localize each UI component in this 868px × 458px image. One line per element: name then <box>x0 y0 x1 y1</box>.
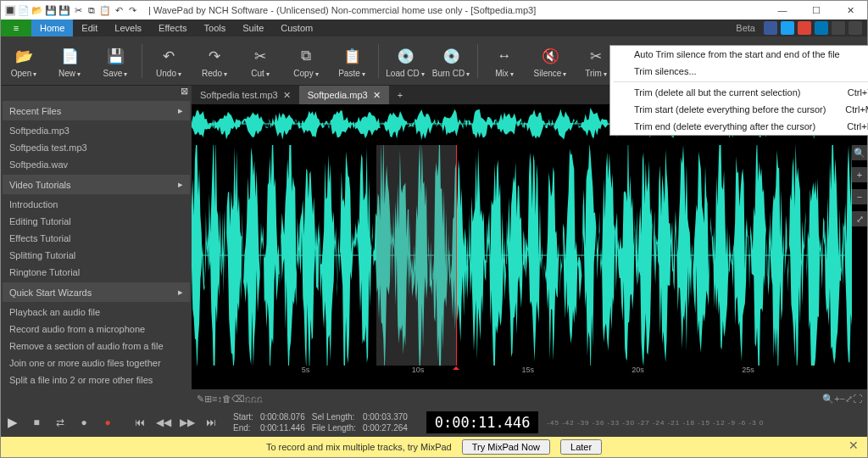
sidebar-item[interactable]: Editing Tutorial <box>1 213 192 230</box>
sidebar-item[interactable]: Record audio from a microphone <box>1 321 192 338</box>
menu-home[interactable]: Home <box>31 20 73 36</box>
waveform-view[interactable]: 🔍+−⤢ 5s10s15s20s25s <box>192 104 867 389</box>
facebook-icon[interactable] <box>764 21 777 35</box>
time-display: 0:00:11.446 <box>426 411 539 433</box>
ribbon-save-button[interactable]: 💾Save▾ <box>92 36 138 85</box>
edit-tool-button[interactable]: ⊞ <box>204 394 212 404</box>
menu-tools[interactable]: Tools <box>196 20 235 36</box>
sidebar-item[interactable]: Softpedia test.mp3 <box>1 139 192 156</box>
file-tab[interactable]: Softpedia test.mp3✕ <box>192 86 299 104</box>
sidebar-item[interactable]: Playback an audio file <box>1 304 192 321</box>
forward-button[interactable]: ▶▶ <box>177 412 198 433</box>
edit-tool-button[interactable]: ⎌ <box>257 394 263 404</box>
edit-tool-button[interactable]: ✎ <box>197 394 204 404</box>
play-button[interactable]: ▶ <box>3 412 23 433</box>
googleplus-icon[interactable] <box>798 21 811 35</box>
go-end-button[interactable]: ⏭ <box>201 412 221 433</box>
qat-undo-icon[interactable]: ↶ <box>113 4 125 16</box>
sidebar-item[interactable]: Effects Tutorial <box>1 230 192 247</box>
record-button[interactable]: ● <box>97 412 118 433</box>
ribbon-paste-button[interactable]: 📋Paste▾ <box>329 36 375 85</box>
sidebar-section-header[interactable]: Quick Start Wizards▸ <box>3 282 190 302</box>
playhead-cursor[interactable] <box>456 145 457 366</box>
go-start-button[interactable]: ⏮ <box>130 412 150 433</box>
stop-button[interactable]: ■ <box>26 412 47 433</box>
menu-item[interactable]: Trim start (delete everything before the… <box>610 101 868 118</box>
menu-edit[interactable]: Edit <box>73 20 106 36</box>
ribbon-undo-button[interactable]: ↶Undo▾ <box>146 36 192 85</box>
ribbon-open-button[interactable]: 📂Open▾ <box>1 36 47 85</box>
help-icon[interactable] <box>849 21 862 35</box>
qat-icon[interactable]: 📂 <box>31 4 43 16</box>
ribbon-cut-button[interactable]: ✂Cut▾ <box>237 36 283 85</box>
time-ruler[interactable]: 5s10s15s20s25s <box>192 366 852 379</box>
loop-button[interactable]: ⇄ <box>50 412 70 433</box>
new-tab-button[interactable]: + <box>389 86 411 104</box>
sidebar-item[interactable]: Softpedia.mp3 <box>1 122 192 139</box>
menu-suite[interactable]: Suite <box>234 20 272 36</box>
maximize-button[interactable]: ☐ <box>799 1 833 20</box>
qat-paste-icon[interactable]: 📋 <box>99 4 111 16</box>
menu-effects[interactable]: Effects <box>150 20 195 36</box>
main-waveform[interactable] <box>192 145 852 366</box>
edit-tool-button[interactable]: 🗑 <box>222 394 231 404</box>
sidebar-item[interactable]: Remove a section of audio from a file <box>1 338 192 355</box>
app-menu-button[interactable]: ≡ <box>1 20 31 36</box>
zoom-button[interactable]: ⤢ <box>845 394 853 404</box>
ribbon-redo-button[interactable]: ↷Redo▾ <box>192 36 237 85</box>
selection-overlay[interactable] <box>376 145 455 366</box>
twitter-icon[interactable] <box>781 21 794 35</box>
edit-tool-button[interactable]: ⎌ <box>245 394 251 404</box>
sidebar-item[interactable]: Ringtone Tutorial <box>1 264 192 281</box>
zoom-tool-button[interactable]: ⤢ <box>852 211 867 226</box>
zoom-tool-button[interactable]: + <box>852 167 867 182</box>
qat-cut-icon[interactable]: ✂ <box>72 4 84 16</box>
sidebar-item[interactable]: Softpedia.wav <box>1 156 192 173</box>
record-pause-button[interactable]: ● <box>74 412 94 433</box>
open-icon: 📂 <box>15 43 33 69</box>
zoom-tool-button[interactable]: − <box>852 189 867 204</box>
tab-close-icon[interactable]: ✕ <box>373 90 381 101</box>
qat-icon[interactable]: 💾 <box>45 4 57 16</box>
sidebar-item[interactable]: Join one or more audio files together <box>1 355 192 371</box>
minimize-button[interactable]: — <box>765 1 799 20</box>
menu-item[interactable]: Trim end (delete everything after the cu… <box>610 118 868 135</box>
tab-close-icon[interactable]: ✕ <box>283 90 291 101</box>
ribbon-mix-button[interactable]: ↔Mix▾ <box>481 36 527 85</box>
edit-tool-button[interactable]: ⎌ <box>251 394 257 404</box>
menu-levels[interactable]: Levels <box>106 20 150 36</box>
qat-redo-icon[interactable]: ↷ <box>126 4 138 16</box>
menu-item[interactable]: Auto Trim silence from the start and end… <box>610 46 868 63</box>
zoom-button[interactable]: ⛶ <box>853 394 862 404</box>
sidebar-item[interactable]: Introduction <box>1 196 192 213</box>
qat-copy-icon[interactable]: ⧉ <box>86 4 97 16</box>
sidebar-item[interactable]: Split a file into 2 or more other files <box>1 371 192 388</box>
ribbon-silence-button[interactable]: 🔇Silence▾ <box>527 36 573 85</box>
share-icon[interactable] <box>832 21 845 35</box>
qat-icon[interactable]: 📄 <box>18 4 30 16</box>
later-button[interactable]: Later <box>560 439 602 455</box>
sidebar-close-icon[interactable]: ⊠ <box>1 86 192 99</box>
ribbon-copy-button[interactable]: ⧉Copy▾ <box>283 36 329 85</box>
sidebar-item[interactable]: Splitting Tutorial <box>1 247 192 264</box>
edit-tool-button[interactable]: ⌫ <box>231 394 245 404</box>
menu-item[interactable]: Trim silences... <box>610 63 868 80</box>
sidebar-section-header[interactable]: Video Tutorials▸ <box>3 175 190 194</box>
zoom-tool-button[interactable]: 🔍 <box>852 145 867 160</box>
close-button[interactable]: ✕ <box>833 1 867 20</box>
sidebar-section-header[interactable]: Recent Files▸ <box>3 101 190 120</box>
promo-close-icon[interactable]: ✕ <box>849 438 859 452</box>
file-tab[interactable]: Softpedia.mp3✕ <box>299 86 389 104</box>
qat-icon[interactable]: 💾 <box>58 4 70 16</box>
try-mixpad-button[interactable]: Try MixPad Now <box>462 439 550 455</box>
menu-custom[interactable]: Custom <box>272 20 321 36</box>
linkedin-icon[interactable] <box>815 21 828 35</box>
zoom-button[interactable]: 🔍 <box>822 394 834 404</box>
rewind-button[interactable]: ◀◀ <box>153 412 174 433</box>
ribbon-load-cd-button[interactable]: 💿Load CD▾ <box>382 36 428 85</box>
ribbon-burn-cd-button[interactable]: 💿Burn CD▾ <box>428 36 474 85</box>
burn cd-icon: 💿 <box>442 43 460 69</box>
menu-item[interactable]: Trim (delete all but the current selecti… <box>610 84 868 101</box>
ribbon-new-button[interactable]: 📄New▾ <box>47 36 92 85</box>
qat-icon[interactable]: 🔳 <box>4 4 16 16</box>
